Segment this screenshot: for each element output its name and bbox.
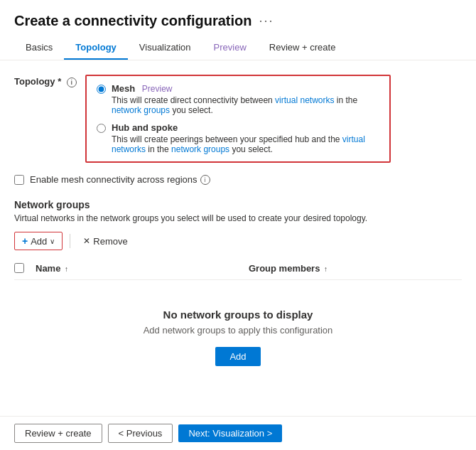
network-groups-section: Network groups Virtual networks in the n… — [14, 199, 462, 380]
mesh-virtual-networks-link[interactable]: virtual networks — [275, 95, 334, 105]
tabs-bar: Basics Topology Visualization Preview Re… — [0, 36, 476, 60]
topology-mesh-label: Mesh Preview This will create direct con… — [112, 83, 379, 115]
mesh-description: This will create direct connectivity bet… — [112, 95, 379, 115]
hub-network-groups-link[interactable]: network groups — [171, 144, 229, 154]
topology-mesh-radio[interactable] — [97, 85, 106, 94]
topology-field-row: Topology * i Mesh Preview This will crea… — [14, 75, 462, 163]
enable-mesh-info-icon[interactable]: i — [200, 175, 210, 185]
topology-info-icon[interactable]: i — [67, 77, 77, 87]
group-members-column-header[interactable]: Group members ↑ — [249, 263, 462, 275]
topology-hub-spoke-label: Hub and spoke This will create peerings … — [112, 122, 379, 154]
topology-mesh-option[interactable]: Mesh Preview This will create direct con… — [97, 83, 379, 115]
add-button[interactable]: + Add ∨ — [14, 232, 63, 250]
empty-add-button[interactable]: Add — [215, 347, 260, 366]
group-members-sort-icon: ↑ — [324, 265, 328, 273]
network-groups-toolbar: + Add ∨ ✕ Remove — [14, 232, 462, 250]
hub-spoke-title: Hub and spoke — [112, 122, 178, 133]
footer-bar: Review + create < Previous Next: Visuali… — [0, 416, 476, 450]
review-create-button[interactable]: Review + create — [14, 424, 102, 443]
required-marker: * — [58, 76, 61, 87]
page-header: Create a connectivity configuration ··· — [0, 0, 476, 36]
previous-button[interactable]: < Previous — [108, 424, 173, 443]
select-all-checkbox[interactable] — [14, 263, 24, 273]
table-header: Name ↑ Group members ↑ — [14, 259, 462, 280]
topology-hub-spoke-radio[interactable] — [97, 124, 106, 133]
name-column-header[interactable]: Name ↑ — [36, 263, 249, 275]
remove-label: Remove — [93, 236, 127, 247]
tab-review-create[interactable]: Review + create — [258, 36, 347, 60]
mesh-preview-badge: Preview — [142, 84, 173, 94]
remove-x-icon: ✕ — [83, 236, 90, 246]
main-content: Topology * i Mesh Preview This will crea… — [0, 60, 476, 450]
tab-basics[interactable]: Basics — [14, 36, 64, 60]
hub-virtual-networks-link[interactable]: virtual networks — [112, 134, 365, 154]
topology-options-container: Mesh Preview This will create direct con… — [85, 75, 391, 163]
page-title: Create a connectivity configuration — [14, 13, 252, 29]
enable-mesh-checkbox[interactable] — [14, 175, 24, 185]
toolbar-divider — [70, 234, 70, 248]
mesh-network-groups-link[interactable]: network groups — [112, 105, 170, 115]
topology-label: Topology * i — [14, 75, 85, 87]
tab-visualization[interactable]: Visualization — [128, 36, 202, 60]
plus-icon: + — [22, 235, 28, 247]
mesh-title: Mesh — [112, 83, 135, 94]
next-button[interactable]: Next: Visualization > — [178, 424, 282, 442]
empty-state: No network groups to display Add network… — [14, 280, 462, 380]
hub-spoke-description: This will create peerings between your s… — [112, 134, 379, 154]
name-sort-icon: ↑ — [65, 265, 68, 273]
more-options-icon[interactable]: ··· — [259, 14, 274, 28]
remove-button[interactable]: ✕ Remove — [77, 233, 133, 250]
enable-mesh-row: Enable mesh connectivity across regions … — [14, 174, 462, 185]
empty-title: No network groups to display — [163, 309, 313, 321]
empty-desc: Add network groups to apply this configu… — [144, 325, 333, 336]
add-label: Add — [31, 236, 47, 247]
table-checkbox-header — [14, 263, 36, 275]
enable-mesh-label: Enable mesh connectivity across regions — [30, 174, 198, 185]
topology-hub-spoke-option[interactable]: Hub and spoke This will create peerings … — [97, 122, 379, 154]
add-chevron-icon: ∨ — [50, 237, 55, 245]
network-groups-desc: Virtual networks in the network groups y… — [14, 213, 462, 223]
tab-preview[interactable]: Preview — [202, 36, 258, 60]
tab-topology[interactable]: Topology — [64, 36, 128, 60]
network-groups-title: Network groups — [14, 199, 462, 210]
